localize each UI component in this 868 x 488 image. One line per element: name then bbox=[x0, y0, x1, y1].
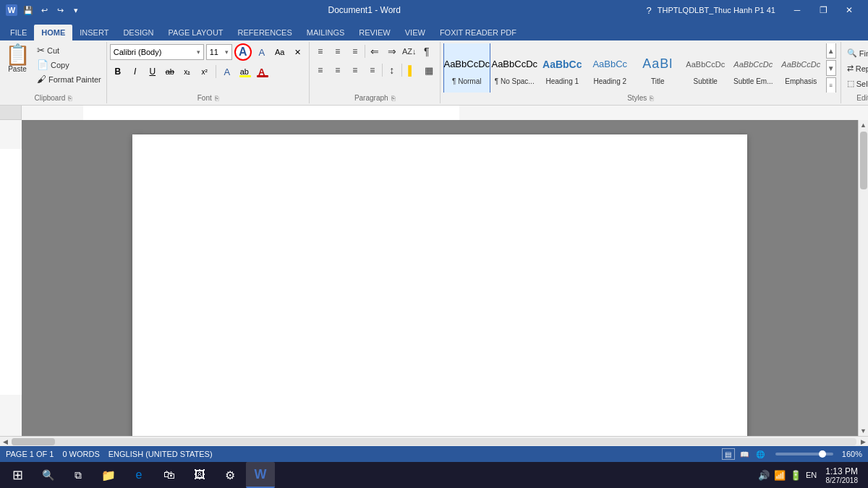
font-size-select[interactable]: 11 ▾ bbox=[206, 44, 232, 60]
superscript-button[interactable]: x² bbox=[197, 64, 213, 80]
copy-button[interactable]: 📄 Copy bbox=[35, 58, 103, 72]
styles-scroll-up[interactable]: ▲ bbox=[826, 43, 836, 59]
redo-button[interactable]: ↪ bbox=[54, 4, 67, 17]
zoom-thumb[interactable] bbox=[819, 450, 826, 458]
tab-insert[interactable]: INSERT bbox=[72, 25, 116, 40]
style-emphasis[interactable]: AaBbCcDc Emphasis bbox=[778, 43, 825, 93]
customize-button[interactable]: ▾ bbox=[69, 4, 82, 17]
replace-button[interactable]: ⇄ Replace bbox=[844, 61, 868, 75]
select-button[interactable]: ⬚ Select ▼ bbox=[844, 77, 868, 90]
edge-button[interactable]: e bbox=[124, 462, 153, 488]
styles-scroll-down[interactable]: ▼ bbox=[826, 60, 836, 76]
scroll-left-button[interactable]: ◀ bbox=[0, 437, 10, 447]
text-highlight-button[interactable]: ab bbox=[237, 64, 252, 80]
italic-button[interactable]: I bbox=[127, 64, 143, 80]
tab-view[interactable]: VIEW bbox=[398, 25, 433, 40]
tab-foxit[interactable]: FOXIT READER PDF bbox=[433, 25, 524, 40]
tab-file[interactable]: FILE bbox=[3, 25, 34, 40]
style-heading2[interactable]: AaBbCc Heading 2 bbox=[587, 43, 634, 93]
show-marks-button[interactable]: ¶ bbox=[419, 43, 435, 59]
photos-button[interactable]: 🖼 bbox=[185, 462, 214, 488]
styles-expand[interactable]: ⎘ bbox=[650, 95, 653, 102]
para-expand[interactable]: ⎘ bbox=[391, 95, 395, 102]
help-button[interactable]: ? bbox=[647, 5, 652, 16]
ruler-corner[interactable] bbox=[0, 106, 22, 120]
justify-button[interactable]: ≡ bbox=[365, 62, 380, 78]
tray-icon-3[interactable]: 🔋 bbox=[790, 470, 801, 481]
align-left-button[interactable]: ≡ bbox=[312, 62, 328, 78]
multilevel-button[interactable]: ≡ bbox=[347, 43, 363, 59]
text-effects-button[interactable]: A bbox=[219, 64, 235, 80]
strikethrough-button[interactable]: ab bbox=[162, 64, 178, 80]
style-heading1[interactable]: AaBbCc Heading 1 bbox=[539, 43, 586, 93]
tray-icon-1[interactable]: 🔊 bbox=[758, 470, 770, 481]
close-button[interactable]: ✕ bbox=[836, 0, 862, 20]
borders-button[interactable]: ▦ bbox=[421, 62, 437, 78]
font-color-button[interactable]: A bbox=[254, 64, 270, 80]
underline-button[interactable]: U bbox=[145, 64, 161, 80]
h-scroll-thumb[interactable] bbox=[12, 438, 55, 445]
style-subtitle[interactable]: AaBbCcDc Subtitle bbox=[682, 43, 729, 93]
line-spacing-button[interactable]: ↕ bbox=[384, 62, 400, 78]
tab-home[interactable]: HOME bbox=[34, 25, 72, 40]
numbering-button[interactable]: ≡ bbox=[330, 43, 346, 59]
change-case-button[interactable]: Aa bbox=[272, 44, 288, 60]
font-shrink-button[interactable]: A bbox=[254, 44, 270, 60]
start-button[interactable]: ⊞ bbox=[3, 462, 32, 488]
font-expand[interactable]: ⎘ bbox=[215, 95, 218, 102]
undo-button[interactable]: ↩ bbox=[38, 4, 51, 17]
shading-button[interactable]: ▌ bbox=[404, 62, 420, 78]
tab-design[interactable]: DESIGN bbox=[116, 25, 161, 40]
subscript-button[interactable]: x₂ bbox=[179, 64, 195, 80]
tab-references[interactable]: REFERENCES bbox=[231, 25, 299, 40]
web-layout-button[interactable]: 🌐 bbox=[754, 448, 767, 460]
search-button[interactable]: 🔍 bbox=[33, 462, 62, 488]
file-explorer-button[interactable]: 📁 bbox=[94, 462, 123, 488]
increase-indent-button[interactable]: ⇒ bbox=[384, 43, 400, 59]
find-button[interactable]: 🔍 Find ▾ bbox=[844, 46, 868, 60]
align-right-button[interactable]: ≡ bbox=[347, 62, 363, 78]
language-indicator[interactable]: EN bbox=[806, 471, 817, 479]
settings-button[interactable]: ⚙ bbox=[216, 462, 244, 488]
svg-rect-3 bbox=[0, 149, 22, 395]
clear-formatting-button[interactable]: ✕ bbox=[290, 44, 306, 60]
style-no-space[interactable]: AaBbCcDc ¶ No Spac... bbox=[491, 43, 538, 93]
scroll-thumb[interactable] bbox=[860, 132, 867, 189]
zoom-slider[interactable] bbox=[775, 453, 833, 455]
tab-page-layout[interactable]: PAGE LAYOUT bbox=[161, 25, 231, 40]
task-view-button[interactable]: ⧉ bbox=[64, 462, 93, 488]
scroll-right-button[interactable]: ▶ bbox=[858, 437, 868, 447]
style-subtle-emphasis[interactable]: AaBbCcDc Subtle Em... bbox=[730, 43, 777, 93]
minimize-button[interactable]: ─ bbox=[784, 0, 810, 20]
bullets-button[interactable]: ≡ bbox=[312, 43, 328, 59]
align-center-button[interactable]: ≡ bbox=[330, 62, 346, 78]
decrease-indent-button[interactable]: ⇐ bbox=[367, 43, 383, 59]
tab-mailings[interactable]: MAILINGS bbox=[299, 25, 352, 40]
document-canvas[interactable] bbox=[22, 120, 858, 436]
document-page[interactable] bbox=[132, 134, 747, 436]
sort-button[interactable]: AZ↓ bbox=[401, 43, 417, 59]
cut-button[interactable]: ✂ Cut bbox=[35, 43, 103, 57]
clock[interactable]: 1:13 PM 8/27/2018 bbox=[825, 466, 858, 484]
restore-button[interactable]: ❐ bbox=[810, 0, 836, 20]
scroll-down-button[interactable]: ▼ bbox=[859, 426, 869, 436]
styles-more[interactable]: ≡ bbox=[826, 77, 836, 93]
tray-icon-2[interactable]: 📶 bbox=[774, 470, 786, 481]
font-grow-button[interactable]: A bbox=[234, 43, 252, 61]
clipboard-expand[interactable]: ⎘ bbox=[68, 95, 72, 102]
style-normal[interactable]: AaBbCcDc ¶ Normal bbox=[443, 43, 490, 93]
h-scrollbar-track[interactable] bbox=[12, 438, 856, 445]
word-taskbar-button[interactable]: W bbox=[246, 462, 275, 488]
read-mode-button[interactable]: 📖 bbox=[738, 448, 751, 460]
store-icon: 🛍 bbox=[163, 468, 175, 481]
paste-button[interactable]: 📋 Paste bbox=[3, 43, 32, 74]
style-title[interactable]: AaBl Title bbox=[634, 43, 681, 93]
store-button[interactable]: 🛍 bbox=[155, 462, 184, 488]
save-button[interactable]: 💾 bbox=[22, 4, 35, 17]
format-painter-button[interactable]: 🖌 Format Painter bbox=[35, 72, 103, 86]
print-layout-button[interactable]: ▤ bbox=[722, 448, 735, 460]
scroll-up-button[interactable]: ▲ bbox=[859, 120, 869, 130]
tab-review[interactable]: REVIEW bbox=[352, 25, 397, 40]
font-name-select[interactable]: Calibri (Body) ▾ bbox=[110, 44, 204, 60]
bold-button[interactable]: B bbox=[110, 64, 126, 80]
